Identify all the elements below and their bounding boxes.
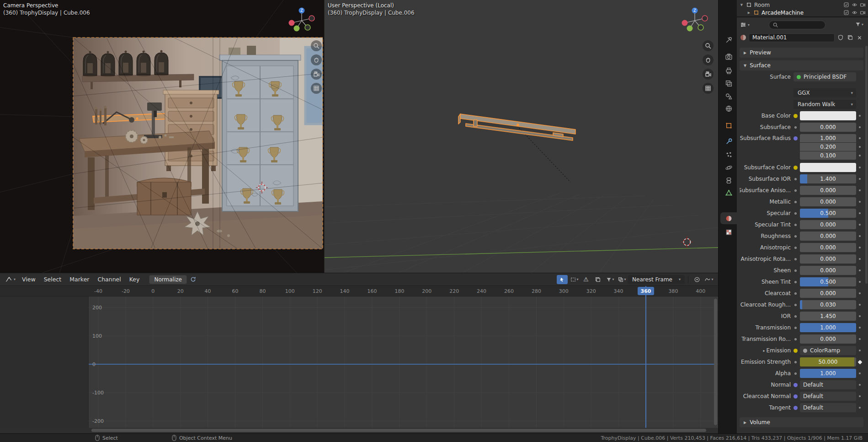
tab-object-data[interactable] xyxy=(720,187,737,199)
animate-decorator[interactable] xyxy=(856,103,863,105)
tweak-tool-button[interactable] xyxy=(557,275,568,284)
tab-material[interactable] xyxy=(720,212,737,224)
property-field[interactable]: 0.000 xyxy=(800,186,856,195)
tab-constraints[interactable] xyxy=(720,174,737,186)
animate-decorator[interactable] xyxy=(856,224,863,226)
property-field[interactable]: Default xyxy=(800,380,856,389)
normalize-button[interactable]: Normalize xyxy=(149,275,186,284)
section-volume[interactable]: ▶ Volume xyxy=(740,417,863,427)
camera-view-icon[interactable] xyxy=(703,69,714,80)
animate-decorator[interactable] xyxy=(856,201,863,203)
tab-physics[interactable] xyxy=(720,162,737,173)
property-field[interactable]: 1.000 xyxy=(800,134,856,142)
outliner-row[interactable]: ▼ Room xyxy=(737,1,868,9)
animate-decorator[interactable] xyxy=(856,361,863,364)
current-frame-indicator[interactable]: 360 xyxy=(638,287,654,295)
expand-icon[interactable]: ▸ xyxy=(763,349,765,353)
tab-modifiers[interactable] xyxy=(720,135,737,147)
editor-type-button[interactable]: ▾ xyxy=(4,276,17,283)
tab-view-layer[interactable] xyxy=(720,77,737,89)
property-field[interactable]: Random Walk ▾ xyxy=(793,100,856,109)
tab-particles[interactable] xyxy=(720,149,737,161)
curve-view-area[interactable] xyxy=(0,296,718,428)
property-field[interactable]: 0.500 xyxy=(800,209,856,218)
animate-decorator[interactable] xyxy=(856,247,863,248)
animate-decorator[interactable] xyxy=(856,292,863,294)
select-box-tool-button[interactable]: ▾ xyxy=(569,275,580,284)
section-preview[interactable]: ▶ Preview xyxy=(740,48,863,58)
horizontal-scrollbar[interactable] xyxy=(91,429,706,432)
search-input[interactable] xyxy=(769,21,825,29)
animate-decorator[interactable] xyxy=(856,270,863,271)
property-field[interactable]: 1.450 xyxy=(800,312,856,321)
outliner-row[interactable]: ▶ ArcadeMachine xyxy=(737,9,868,16)
channel-region[interactable] xyxy=(0,296,89,428)
viewport-3d-user[interactable]: User Perspective (Local) (360) TrophyDis… xyxy=(324,0,718,273)
animate-decorator[interactable] xyxy=(856,338,863,340)
menu-item[interactable]: View xyxy=(18,276,40,283)
animate-decorator[interactable] xyxy=(856,189,863,191)
property-field[interactable]: 0.000 xyxy=(800,254,856,264)
menu-item[interactable]: Key xyxy=(125,276,144,283)
snap-mode-dropdown[interactable]: Nearest Frame ▾ xyxy=(628,275,685,284)
animate-decorator[interactable] xyxy=(856,126,863,128)
grid-ortho-icon[interactable] xyxy=(703,83,714,94)
copy-icon[interactable] xyxy=(592,275,603,284)
exclude-checkbox-icon[interactable] xyxy=(843,10,849,16)
grid-ortho-icon[interactable] xyxy=(311,83,322,94)
hide-eye-icon[interactable] xyxy=(852,10,857,16)
tab-tool[interactable] xyxy=(720,34,737,46)
camera-visibility-icon[interactable] xyxy=(860,10,866,16)
property-field[interactable]: 1.400 xyxy=(800,174,856,183)
animate-decorator[interactable] xyxy=(856,137,863,139)
animate-decorator[interactable] xyxy=(856,258,863,260)
move-view-hand-icon[interactable] xyxy=(703,54,714,65)
animate-decorator[interactable] xyxy=(856,384,863,386)
hide-eye-icon[interactable] xyxy=(852,2,857,8)
animate-decorator[interactable] xyxy=(856,395,863,397)
property-field[interactable]: 0.100 xyxy=(800,151,856,160)
property-field[interactable]: Default xyxy=(800,392,856,401)
tab-texture[interactable] xyxy=(720,226,737,238)
filter-funnel-button[interactable]: ▾ xyxy=(855,21,863,27)
camera-visibility-icon[interactable] xyxy=(860,2,866,8)
tab-world[interactable] xyxy=(720,102,737,114)
proportional-editing-toggle[interactable] xyxy=(692,275,703,284)
navigation-gizmo[interactable]: Z xyxy=(286,5,318,37)
property-field[interactable]: 0.000 xyxy=(800,334,856,344)
animate-decorator[interactable] xyxy=(856,350,863,351)
properties-scrollbar[interactable] xyxy=(865,46,868,284)
property-field[interactable]: ColorRamp xyxy=(800,346,856,355)
property-field[interactable]: Principled BSDF xyxy=(793,72,856,81)
filter-funnel-button[interactable]: ▾ xyxy=(604,275,615,284)
tab-scene[interactable] xyxy=(720,90,737,102)
property-field[interactable]: 0.000 xyxy=(800,243,856,252)
animate-decorator[interactable] xyxy=(856,304,863,306)
property-field[interactable]: GGX ▾ xyxy=(793,88,856,97)
properties-editor-type-button[interactable]: ▾ xyxy=(740,21,750,28)
auto-normalize-refresh-button[interactable] xyxy=(188,275,199,284)
vertical-scrollbar[interactable] xyxy=(714,299,717,425)
animate-decorator[interactable] xyxy=(856,315,863,317)
zoom-icon[interactable] xyxy=(311,40,322,51)
property-field[interactable]: 0.200 xyxy=(800,143,856,151)
menu-item[interactable]: Marker xyxy=(65,276,93,283)
camera-view-icon[interactable] xyxy=(311,69,322,80)
overlap-squares-button[interactable]: ▾ xyxy=(616,275,627,284)
property-field[interactable]: 1.000 xyxy=(800,323,856,332)
falloff-dropdown[interactable]: ▾ xyxy=(703,275,714,284)
property-field[interactable]: 0.030 xyxy=(800,300,856,309)
animate-decorator[interactable] xyxy=(856,212,863,214)
playhead-line[interactable] xyxy=(645,286,646,428)
animate-decorator[interactable] xyxy=(856,155,863,156)
move-view-hand-icon[interactable] xyxy=(311,54,322,65)
navigation-gizmo[interactable]: Z xyxy=(679,5,711,37)
property-field[interactable]: 0.500 xyxy=(800,277,856,286)
property-field[interactable]: 0.000 xyxy=(800,123,856,132)
disclosure-triangle-icon[interactable]: ▶ xyxy=(747,11,751,15)
property-field[interactable] xyxy=(800,111,856,120)
menu-item[interactable]: Channel xyxy=(93,276,125,283)
menu-item[interactable]: Select xyxy=(40,276,66,283)
animate-decorator[interactable] xyxy=(856,92,863,94)
section-surface[interactable]: ▼ Surface xyxy=(740,60,863,70)
